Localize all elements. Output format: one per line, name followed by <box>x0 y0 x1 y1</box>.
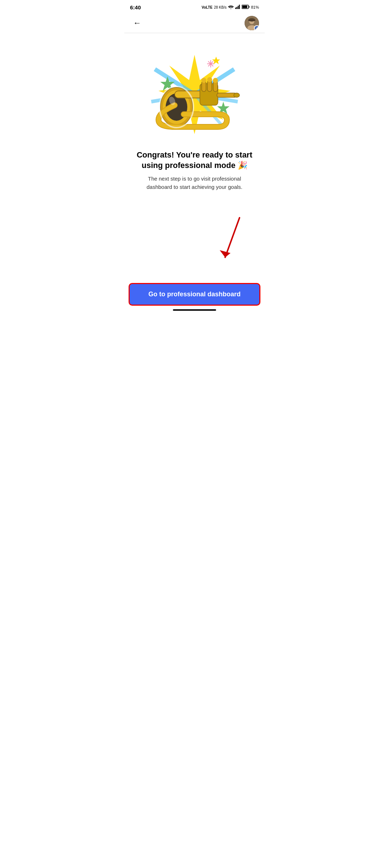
status-time: 6:40 <box>130 4 141 10</box>
svg-line-43 <box>225 218 240 257</box>
home-indicator <box>173 309 216 311</box>
svg-marker-44 <box>220 250 231 257</box>
data-speed: 28 KB/s <box>214 5 227 9</box>
nav-bar: ← ✓ <box>124 13 265 33</box>
congrats-subtitle: The next step is to go visit professiona… <box>131 175 258 191</box>
profile-verified-check: ✓ <box>254 25 259 30</box>
annotation-arrow <box>218 214 250 266</box>
svg-rect-1 <box>236 7 237 9</box>
svg-rect-11 <box>248 19 255 21</box>
profile-avatar[interactable]: ✓ <box>245 16 259 30</box>
bottom-button-container: Go to professional dashboard <box>129 283 260 306</box>
back-arrow-icon: ← <box>133 18 141 28</box>
main-content: Congrats! You're ready to start using pr… <box>124 33 265 198</box>
svg-rect-2 <box>238 6 239 9</box>
svg-rect-0 <box>235 8 236 9</box>
battery-icon <box>242 5 250 10</box>
svg-rect-3 <box>239 5 240 9</box>
status-bar: 6:40 VoLTE 28 KB/s 81% <box>124 0 265 13</box>
svg-point-37 <box>207 77 212 82</box>
svg-rect-6 <box>242 6 247 8</box>
status-icons: VoLTE 28 KB/s 81% <box>202 5 259 10</box>
go-to-dashboard-button[interactable]: Go to professional dashboard <box>129 283 260 306</box>
battery-percent: 81% <box>251 5 259 9</box>
wifi-icon <box>228 5 234 10</box>
network-indicator: VoLTE <box>202 5 213 9</box>
congrats-title: Congrats! You're ready to start using pr… <box>131 150 258 170</box>
svg-point-36 <box>201 78 206 83</box>
svg-rect-5 <box>249 6 249 8</box>
svg-point-40 <box>234 93 240 97</box>
svg-marker-26 <box>212 57 220 64</box>
signal-icon <box>235 5 240 10</box>
trumpet-illustration <box>148 48 241 141</box>
back-button[interactable]: ← <box>130 16 144 30</box>
svg-point-38 <box>213 78 218 83</box>
